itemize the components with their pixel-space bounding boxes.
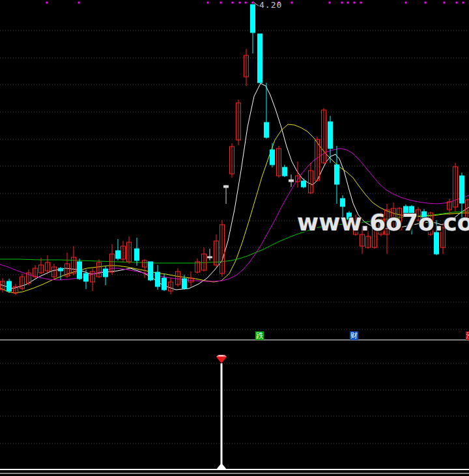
watermark: www.6o7o.com (297, 211, 469, 234)
chart-canvas[interactable] (0, 0, 469, 476)
ticker-label-zhang[interactable]: 涨 (466, 331, 469, 340)
peak-price-label: 4.20 (259, 1, 282, 10)
ticker-label-cai[interactable]: 财 (350, 331, 358, 340)
lower-gridlines-layer (0, 363, 469, 443)
panel-borders-layer (0, 340, 469, 473)
ma-lines-layer (0, 83, 469, 293)
candles-layer (1, 5, 469, 295)
stock-chart-screen: 4.20 www.6o7o.com 跌 财 涨 (0, 0, 469, 476)
gem-marker-icon (216, 355, 227, 363)
main-gridlines-layer (0, 31, 469, 329)
signal-spike-layer (216, 363, 227, 469)
ticker-label-die[interactable]: 跌 (255, 331, 264, 340)
